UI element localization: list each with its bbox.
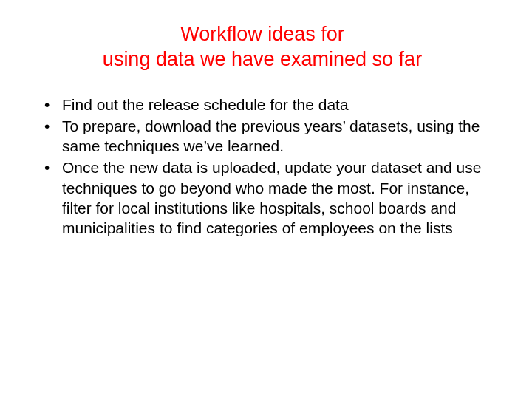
list-item: Once the new data is uploaded, update yo… [44, 157, 495, 238]
list-item: Find out the release schedule for the da… [44, 95, 495, 115]
title-text-line1: Workflow ideas for [180, 23, 344, 45]
bullet-list: Find out the release schedule for the da… [30, 95, 495, 239]
list-item: To prepare, download the previous years’… [44, 116, 495, 157]
slide-title: Workflow ideas for using data we have ex… [30, 22, 495, 72]
bullet-text: To prepare, download the previous years’… [62, 117, 480, 154]
title-text-line2: using data we have examined so far [103, 48, 422, 70]
bullet-text: Once the new data is uploaded, update yo… [62, 159, 481, 236]
bullet-text: Find out the release schedule for the da… [62, 96, 349, 113]
